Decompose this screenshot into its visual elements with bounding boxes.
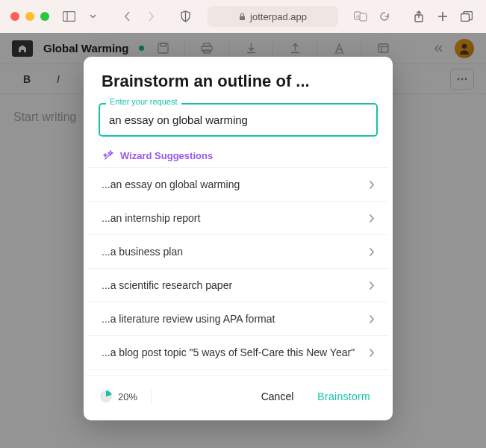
shield-icon[interactable] — [176, 7, 194, 25]
lock-icon — [239, 13, 246, 21]
translate-icon[interactable]: A — [352, 7, 370, 25]
wizard-suggestions-header: Wizard Suggestions — [84, 143, 393, 167]
reload-icon[interactable] — [376, 7, 393, 25]
minimize-window-button[interactable] — [25, 12, 34, 21]
suggestion-item[interactable]: ...an essay on global warming — [88, 167, 388, 201]
suggestion-item[interactable]: ...an internship report — [88, 201, 388, 234]
wand-icon — [103, 150, 114, 161]
svg-rect-3 — [240, 16, 245, 20]
tabs-icon[interactable] — [458, 7, 476, 25]
chevron-right-icon — [369, 180, 375, 190]
usage-percent: 20% — [118, 391, 137, 402]
chevron-right-icon — [369, 314, 375, 324]
chevron-right-icon — [369, 214, 375, 223]
suggestion-item[interactable]: ...a blog post topic "5 ways of Self-Car… — [88, 335, 388, 369]
dialog-title: Brainstorm an outline of ... — [84, 57, 393, 103]
suggestion-text: ...a scientific research paper — [102, 279, 232, 291]
close-window-button[interactable] — [10, 12, 19, 21]
forward-button[interactable] — [142, 7, 160, 25]
sidebar-toggle-icon[interactable] — [60, 7, 78, 25]
window-controls — [10, 12, 49, 21]
wizard-label: Wizard Suggestions — [120, 150, 213, 161]
request-field: Enter your request — [99, 103, 378, 137]
dialog-footer: 20% Cancel Brainstorm — [84, 375, 393, 420]
usage-pie-icon — [100, 391, 112, 402]
suggestion-item[interactable]: ...a literature review using APA format — [88, 302, 388, 335]
brainstorm-button[interactable]: Brainstorm — [311, 386, 376, 407]
suggestion-text: ...an internship report — [102, 212, 200, 224]
new-tab-icon[interactable] — [434, 7, 452, 25]
address-bar[interactable]: jotterpad.app — [208, 6, 338, 27]
dropdown-icon[interactable] — [84, 7, 102, 25]
suggestion-text: ...an essay on global warming — [102, 178, 240, 190]
chevron-right-icon — [369, 281, 375, 290]
svg-text:A: A — [356, 14, 359, 19]
url-host: jotterpad.app — [250, 11, 307, 22]
suggestion-text: ...a literature review using APA format — [102, 313, 275, 325]
svg-rect-5 — [360, 13, 367, 21]
svg-rect-11 — [461, 14, 470, 22]
brainstorm-dialog: Brainstorm an outline of ... Enter your … — [84, 57, 393, 420]
maximize-window-button[interactable] — [40, 12, 49, 21]
suggestion-text: ...a business plan — [102, 246, 183, 258]
suggestion-item[interactable]: ...a scientific research paper — [88, 268, 388, 302]
chevron-right-icon — [369, 247, 375, 257]
suggestion-text: ...a blog post topic "5 ways of Self-Car… — [102, 346, 355, 358]
chevron-right-icon — [369, 348, 375, 358]
back-button[interactable] — [118, 7, 136, 25]
browser-titlebar: jotterpad.app A — [0, 0, 486, 33]
suggestion-item[interactable]: ...a business plan — [88, 234, 388, 268]
svg-rect-0 — [63, 12, 75, 22]
request-field-label: Enter your request — [106, 97, 181, 106]
usage-indicator: 20% — [100, 391, 137, 402]
share-icon[interactable] — [410, 7, 428, 25]
suggestions-list: ...an essay on global warming ...an inte… — [88, 167, 388, 375]
cancel-button[interactable]: Cancel — [255, 386, 300, 407]
suggestion-item[interactable]: ...biography of Steve Jobs — [88, 369, 388, 375]
request-input[interactable] — [99, 103, 378, 137]
